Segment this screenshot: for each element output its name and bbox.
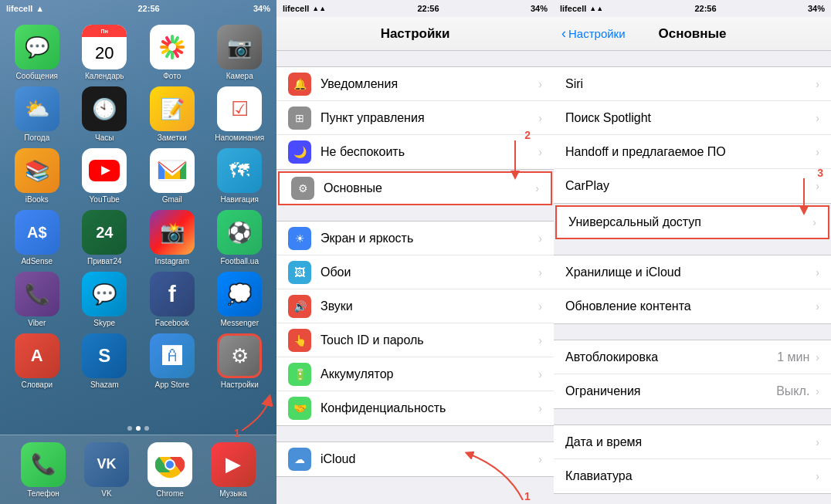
dock-vk[interactable]: VK VK	[84, 442, 129, 498]
handoff-chevron: ›	[816, 146, 819, 158]
navigation-label: Навигация	[221, 195, 259, 204]
appstore-icon: 🅰	[150, 333, 195, 378]
dnd-icon: 🌙	[288, 140, 311, 164]
detail-row-siri[interactable]: Siri ›	[554, 67, 831, 101]
detail-row-handoff[interactable]: Handoff и предлагаемое ПО ›	[554, 135, 831, 169]
navigation-icon: 🗺	[217, 148, 262, 193]
detail-row-update[interactable]: Обновление контента ›	[554, 289, 831, 323]
app-messages[interactable]: 💬 Сообщения	[6, 25, 68, 80]
weather-icon: ⛅	[15, 86, 59, 131]
app-adsense[interactable]: A$ AdSense	[6, 210, 68, 266]
settings-row-control[interactable]: ⊞ Пункт управления ›	[276, 101, 554, 135]
app-slovari[interactable]: A Словари	[6, 333, 68, 389]
sounds-label: Звуки	[321, 299, 532, 313]
app-navigation[interactable]: 🗺 Навигация	[209, 148, 271, 204]
back-button[interactable]: ‹ Настройки	[561, 25, 626, 42]
siri-label: Siri	[565, 77, 816, 91]
carplay-chevron: ›	[816, 180, 819, 192]
siri-chevron: ›	[816, 78, 819, 90]
settings-row-notifications[interactable]: 🔔 Уведомления ›	[276, 67, 554, 101]
phone1-status-bar: lifecell ▲ 22:56 34%	[0, 0, 276, 17]
phone3-title: Основные	[658, 26, 726, 42]
skype-icon: 💬	[82, 272, 127, 316]
restrictions-label: Ограничения	[565, 384, 776, 398]
phone-label: Телефон	[27, 489, 59, 498]
touchid-chevron: ›	[538, 334, 542, 347]
detail-row-datetime[interactable]: Дата и время ›	[554, 425, 831, 459]
app-settings[interactable]: ⚙ Настройки	[209, 333, 271, 389]
settings-row-sounds[interactable]: 🔊 Звуки ›	[276, 289, 554, 323]
app-notes[interactable]: 📝 Заметки	[141, 86, 203, 142]
app-facebook[interactable]: f Facebook	[141, 272, 203, 327]
app-privat24[interactable]: 24 Приват24	[74, 210, 136, 266]
settings-row-wallpaper[interactable]: 🖼 Обои ›	[276, 255, 554, 289]
app-football[interactable]: ⚽ Football.ua	[209, 210, 271, 266]
app-clock[interactable]: 🕙 Часы	[74, 86, 136, 142]
app-viber[interactable]: 📞 Viber	[6, 272, 68, 327]
detail-row-spotlight[interactable]: Поиск Spotlight ›	[554, 101, 831, 135]
app-gmail[interactable]: Gmail	[141, 148, 203, 204]
phone2-settings-list[interactable]: 🔔 Уведомления › ⊞ Пункт управления › 🌙 Н…	[276, 51, 554, 504]
privat24-label: Приват24	[87, 257, 122, 266]
app-shazam[interactable]: S Shazam	[74, 333, 136, 389]
viber-icon: 📞	[15, 272, 59, 316]
app-youtube[interactable]: YouTube	[74, 148, 136, 204]
page-dots	[0, 426, 276, 431]
ibooks-icon: 📚	[15, 148, 59, 193]
phone3-detail-list[interactable]: Siri › Поиск Spotlight › Handoff и предл…	[554, 51, 831, 504]
privat24-icon: 24	[82, 210, 127, 255]
privacy-label: Конфиденциальность	[321, 401, 532, 415]
battery-label: 34%	[253, 4, 270, 13]
annotation-3-arrow	[792, 178, 816, 217]
app-skype[interactable]: 💬 Skype	[74, 272, 136, 327]
phone-icon: 📞	[21, 442, 66, 487]
app-messenger[interactable]: 💭 Messenger	[209, 272, 271, 327]
annotation-2-arrow	[504, 140, 527, 187]
app-instagram[interactable]: 📸 Instagram	[141, 210, 203, 266]
phone1-homescreen: lifecell ▲ 22:56 34% 💬 Сообщения Пн 20	[0, 0, 276, 504]
detail-row-restrictions[interactable]: Ограничения Выкл. ›	[554, 374, 831, 408]
annotation-2-number: 2	[524, 129, 531, 141]
detail-row-universal[interactable]: Универсальный доступ ›	[555, 205, 829, 239]
p2-time: 22:56	[417, 4, 439, 13]
update-label: Обновление контента	[565, 299, 816, 313]
dock-music[interactable]: ▶ Музыка	[211, 442, 256, 498]
app-photos[interactable]: Фото	[141, 25, 203, 80]
notif-chevron: ›	[538, 78, 542, 90]
datetime-label: Дата и время	[565, 435, 816, 449]
app-weather[interactable]: ⛅ Погода	[6, 86, 68, 142]
reminders-label: Напоминания	[215, 134, 264, 142]
messenger-label: Messenger	[221, 319, 259, 327]
settings-row-battery[interactable]: 🔋 Аккумулятор ›	[276, 357, 554, 391]
settings-row-touchid[interactable]: 👆 Touch ID и пароль ›	[276, 323, 554, 357]
app-reminders[interactable]: ☑ Напоминания	[209, 86, 271, 142]
detail-row-storage[interactable]: Хранилище и iCloud ›	[554, 255, 831, 289]
app-calendar[interactable]: Пн 20 Календарь	[74, 25, 136, 80]
app-grid: 💬 Сообщения Пн 20 Календарь	[0, 17, 276, 397]
clock-icon: 🕙	[82, 86, 127, 131]
settings-row-display[interactable]: ☀ Экран и яркость ›	[276, 222, 554, 255]
instagram-label: Instagram	[155, 257, 189, 266]
dock-phone[interactable]: 📞 Телефон	[21, 442, 66, 498]
privacy-chevron: ›	[538, 402, 542, 414]
dock-chrome[interactable]: Chrome	[148, 442, 192, 498]
vk-icon: VK	[84, 442, 129, 487]
back-label: Настройки	[568, 27, 626, 40]
icloud-icon: ☁	[288, 448, 311, 471]
dock: 📞 Телефон VK VK	[0, 435, 276, 504]
adsense-icon: A$	[15, 210, 59, 255]
app-appstore[interactable]: 🅰 App Store	[141, 333, 203, 389]
status-right: 34%	[253, 4, 270, 13]
general-row-wrapper: ⚙ Основные › 2	[276, 171, 554, 205]
phone3-status-bar: lifecell ▲▲ 22:56 34%	[554, 0, 831, 17]
display-label: Экран и яркость	[321, 232, 532, 245]
detail-row-keyboard[interactable]: Клавиатура ›	[554, 459, 831, 493]
app-camera[interactable]: 📷 Камера	[209, 25, 271, 80]
detail-row-autolock[interactable]: Автоблокировка 1 мин ›	[554, 340, 831, 374]
detail-row-carplay[interactable]: CarPlay ›	[554, 169, 831, 203]
settings-row-privacy[interactable]: 🤝 Конфиденциальность ›	[276, 391, 554, 425]
restrictions-chevron: ›	[816, 385, 819, 397]
app-ibooks[interactable]: 📚 iBooks	[6, 148, 68, 204]
gmail-icon	[150, 148, 195, 193]
dnd-label: Не беспокоить	[321, 145, 532, 159]
